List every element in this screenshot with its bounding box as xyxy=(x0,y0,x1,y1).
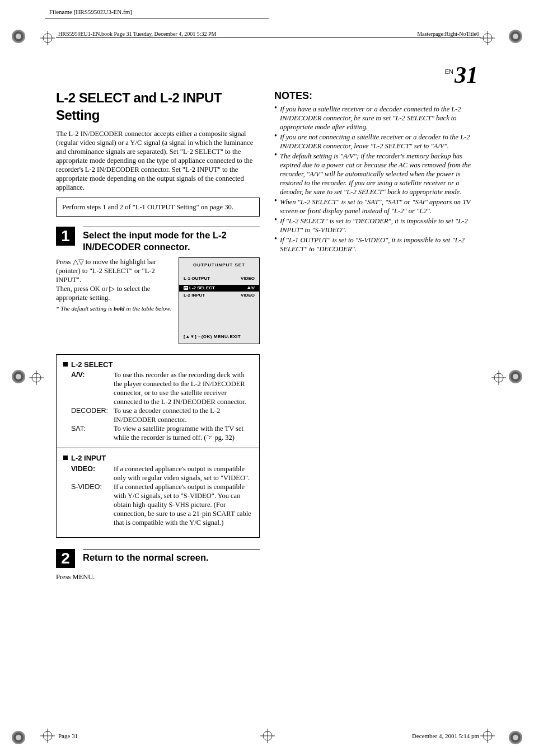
divider xyxy=(57,448,259,448)
crosshair-icon xyxy=(480,31,495,45)
notes-heading: NOTES: xyxy=(274,90,478,102)
step-title: Select the input mode for the L-2 IN/DEC… xyxy=(83,227,260,252)
divider xyxy=(56,37,481,38)
registration-mark-icon xyxy=(11,29,26,44)
book-header: HRS5950EU1-EN.book Page 31 Tuesday, Dece… xyxy=(58,31,216,37)
step-number-icon: 1 xyxy=(56,227,75,246)
notes-list: If you have a satellite receiver or a de… xyxy=(274,105,478,253)
svg-point-11 xyxy=(513,374,518,379)
option-label: VIDEO: xyxy=(71,464,114,482)
crosshair-icon xyxy=(40,729,55,743)
note-item: If "L-1 OUTPUT" is set to "S-VIDEO", it … xyxy=(274,236,478,253)
intro-text: The L-2 IN/DECODER connector accepts eit… xyxy=(56,129,260,192)
note-item: When "L-2 SELECT" is set to "SAT", "SAT"… xyxy=(274,198,478,215)
registration-mark-icon xyxy=(11,730,26,745)
note-item: If "L-2 SELECT" is set to "DECODER", it … xyxy=(274,217,478,234)
option-group-heading: L-2 INPUT xyxy=(63,454,252,463)
osd-screenshot: OUTPUT/INPUT SET L-1 OUTPUTVIDEO ☞L-2 SE… xyxy=(179,257,260,344)
svg-point-17 xyxy=(513,735,518,740)
option-label: DECODER: xyxy=(71,406,114,424)
filename-label: Filename [HRS5950EU3-EN.fm] xyxy=(45,8,132,15)
option-group-heading: L-2 SELECT xyxy=(63,360,252,370)
step-1-header: 1 Select the input mode for the L-2 IN/D… xyxy=(56,227,260,252)
option-description: To view a satellite programme with the T… xyxy=(114,424,252,442)
crosshair-icon xyxy=(260,729,274,743)
left-column: L-2 SELECT and L-2 INPUT Setting The L-2… xyxy=(56,90,260,581)
option-label: SAT: xyxy=(71,424,114,442)
option-description: To use this recorder as the recording de… xyxy=(114,370,252,406)
step-2-header: 2 Return to the normal screen. xyxy=(56,549,260,568)
svg-point-14 xyxy=(16,735,21,740)
step-1-body: Press △▽ to move the highlight bar (poin… xyxy=(56,257,260,344)
page-number: EN31 xyxy=(445,62,478,88)
footnote: * The default setting is bold in the tab… xyxy=(56,304,173,312)
step-text: Then, press OK or ▷ to select the approp… xyxy=(56,284,173,302)
registration-mark-icon xyxy=(11,369,26,384)
crosshair-icon xyxy=(491,370,506,385)
svg-point-5 xyxy=(513,34,518,39)
page-title: L-2 SELECT and L-2 INPUT Setting xyxy=(56,90,260,124)
step-title: Return to the normal screen. xyxy=(83,549,260,564)
manual-page: Filename [HRS5950EU3-EN.fm] HRS5950EU1-E… xyxy=(0,0,534,756)
step-text: Press MENU. xyxy=(56,572,260,581)
options-box: L-2 SELECT A/V:To use this recorder as t… xyxy=(56,354,260,538)
right-column: NOTES: If you have a satellite receiver … xyxy=(274,90,478,581)
divider xyxy=(45,18,269,18)
registration-mark-icon xyxy=(508,730,523,745)
note-item: If you are not connecting a satellite re… xyxy=(274,133,478,151)
masterpage-label: Masterpage:Right-NoTitle0 xyxy=(417,31,479,37)
step-text: Press △▽ to move the highlight bar (poin… xyxy=(56,257,173,284)
crosshair-icon xyxy=(40,31,55,45)
step-number-icon: 2 xyxy=(56,549,75,568)
crosshair-icon xyxy=(480,729,495,743)
svg-point-8 xyxy=(16,374,21,379)
footer-page: Page 31 xyxy=(58,732,78,739)
option-description: If a connected appliance's output is com… xyxy=(114,464,252,482)
note-item: The default setting is "A/V"; if the rec… xyxy=(274,152,478,196)
svg-point-2 xyxy=(16,34,21,39)
registration-mark-icon xyxy=(508,369,523,384)
footer-timestamp: December 4, 2001 5:14 pm xyxy=(412,732,479,739)
option-description: If a connected appliance's output is com… xyxy=(114,482,252,527)
option-description: To use a decoder connected to the L-2 IN… xyxy=(114,406,252,424)
note-item: If you have a satellite receiver or a de… xyxy=(274,105,478,132)
perform-steps-box: Perform steps 1 and 2 of "L-1 OUTPUT Set… xyxy=(56,198,260,217)
registration-mark-icon xyxy=(508,29,523,44)
crosshair-icon xyxy=(29,370,44,385)
option-label: S-VIDEO: xyxy=(71,482,114,527)
option-label: A/V: xyxy=(71,370,114,406)
